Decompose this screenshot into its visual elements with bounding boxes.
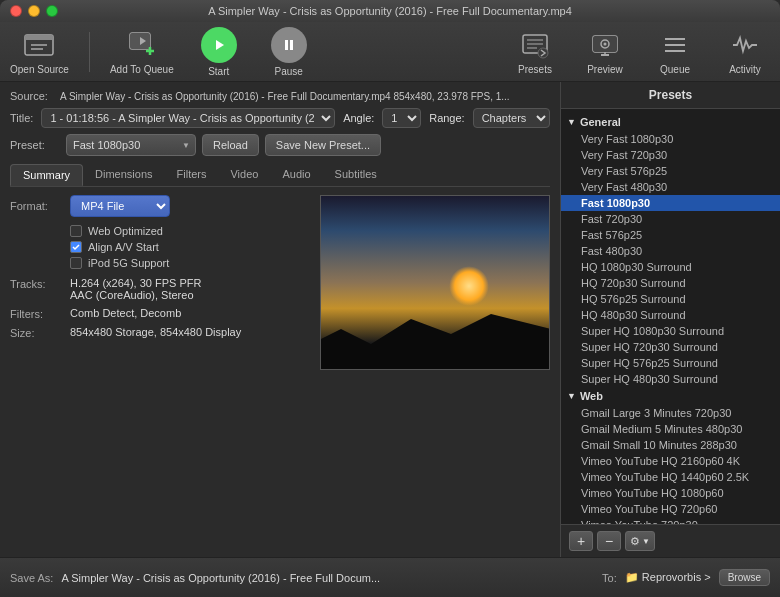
activity-button[interactable]: Activity [720,29,770,75]
gear-icon: ⚙ [630,535,640,548]
add-to-queue-button[interactable]: Add To Queue [110,29,174,75]
tab-dimensions[interactable]: Dimensions [83,164,164,186]
preset-label: Preset: [10,139,60,151]
source-label: Source: [10,90,60,102]
web-optimized-checkbox[interactable] [70,225,82,237]
filters-row: Filters: Comb Detect, Decomb [10,307,310,320]
preview-label: Preview [587,64,623,75]
add-to-queue-label: Add To Queue [110,64,174,75]
align-av-label: Align A/V Start [88,241,159,253]
tab-audio[interactable]: Audio [270,164,322,186]
window-title: A Simpler Way - Crisis as Opportunity (2… [208,5,572,17]
save-new-preset-button[interactable]: Save New Preset... [265,134,381,156]
title-select[interactable]: 1 - 01:18:56 - A Simpler Way - Crisis as… [41,108,335,128]
presets-section-web[interactable]: ▼ Web [561,387,780,405]
preset-fast-720p30[interactable]: Fast 720p30 [561,211,780,227]
tracks-row: Tracks: H.264 (x264), 30 FPS PFR AAC (Co… [10,277,310,301]
range-select[interactable]: Chapters [473,108,550,128]
preview-button[interactable]: Preview [580,29,630,75]
source-value: A Simpler Way - Crisis as Opportunity (2… [60,91,510,102]
preset-gmail-large-720p30[interactable]: Gmail Large 3 Minutes 720p30 [561,405,780,421]
destination-value: 📁 Reprovorbis > [625,571,711,584]
preset-super-hq-1080p30-surround[interactable]: Super HQ 1080p30 Surround [561,323,780,339]
main-content: Source: A Simpler Way - Crisis as Opport… [0,82,780,557]
save-as-label: Save As: [10,572,53,584]
add-to-queue-icon [126,29,158,61]
format-label: Format: [10,200,70,212]
queue-button[interactable]: Queue [650,29,700,75]
reload-button[interactable]: Reload [202,134,259,156]
preset-vimeo-1080p60[interactable]: Vimeo YouTube HQ 1080p60 [561,485,780,501]
tab-summary[interactable]: Summary [10,164,83,186]
close-button[interactable] [10,5,22,17]
maximize-button[interactable] [46,5,58,17]
preset-hq-1080p30-surround[interactable]: HQ 1080p30 Surround [561,259,780,275]
queue-label: Queue [660,64,690,75]
presets-toolbar: + − ⚙ ▼ [561,524,780,557]
align-av-checkbox[interactable] [70,241,82,253]
start-button[interactable]: Start [194,27,244,77]
preset-very-fast-1080p30[interactable]: Very Fast 1080p30 [561,131,780,147]
format-row: Format: MP4 File [10,195,310,217]
preset-gmail-small-288p30[interactable]: Gmail Small 10 Minutes 288p30 [561,437,780,453]
title-label: Title: [10,112,33,124]
format-select[interactable]: MP4 File [70,195,170,217]
pause-icon [271,27,307,63]
preset-vimeo-720p60[interactable]: Vimeo YouTube HQ 720p60 [561,501,780,517]
tab-filters[interactable]: Filters [165,164,219,186]
preset-hq-720p30-surround[interactable]: HQ 720p30 Surround [561,275,780,291]
preset-super-hq-480p30-surround[interactable]: Super HQ 480p30 Surround [561,371,780,387]
preset-fast-1080p30[interactable]: Fast 1080p30 [561,195,780,211]
preset-very-fast-576p25[interactable]: Very Fast 576p25 [561,163,780,179]
minimize-button[interactable] [28,5,40,17]
web-optimized-label: Web Optimized [88,225,163,237]
preset-select-wrap: Fast 1080p30 [66,134,196,156]
activity-label: Activity [729,64,761,75]
preview-image [320,195,550,370]
ipod-checkbox[interactable] [70,257,82,269]
angle-label: Angle: [343,112,374,124]
size-value: 854x480 Storage, 854x480 Display [70,326,241,338]
preset-select[interactable]: Fast 1080p30 [66,134,196,156]
preset-fast-576p25[interactable]: Fast 576p25 [561,227,780,243]
svg-rect-8 [285,40,288,50]
size-label: Size: [10,326,70,339]
browse-button[interactable]: Browse [719,569,770,586]
preset-gmail-medium-480p30[interactable]: Gmail Medium 5 Minutes 480p30 [561,421,780,437]
summary-content: Format: MP4 File Web Optimized [10,195,550,370]
source-row: Source: A Simpler Way - Crisis as Opport… [10,90,550,102]
open-source-button[interactable]: Open Source [10,29,69,75]
preset-super-hq-720p30-surround[interactable]: Super HQ 720p30 Surround [561,339,780,355]
add-preset-button[interactable]: + [569,531,593,551]
toolbar-separator-1 [89,32,90,72]
presets-panel: Presets ▼ General Very Fast 1080p30 Very… [560,82,780,557]
preset-hq-480p30-surround[interactable]: HQ 480p30 Surround [561,307,780,323]
tab-video[interactable]: Video [218,164,270,186]
preset-hq-576p25-surround[interactable]: HQ 576p25 Surround [561,291,780,307]
preset-settings-button[interactable]: ⚙ ▼ [625,531,655,551]
angle-select[interactable]: 1 [382,108,421,128]
presets-button[interactable]: Presets [510,29,560,75]
tracks-value: H.264 (x264), 30 FPS PFR AAC (CoreAudio)… [70,277,201,301]
pause-button[interactable]: Pause [264,27,314,77]
web-optimized-row: Web Optimized [70,225,310,237]
align-av-row: Align A/V Start [70,241,310,253]
preset-very-fast-720p30[interactable]: Very Fast 720p30 [561,147,780,163]
tab-subtitles[interactable]: Subtitles [323,164,389,186]
size-row: Size: 854x480 Storage, 854x480 Display [10,326,310,339]
preset-vimeo-2160p60-4k[interactable]: Vimeo YouTube HQ 2160p60 4K [561,453,780,469]
horizon-decoration [321,309,549,369]
preset-super-hq-576p25-surround[interactable]: Super HQ 576p25 Surround [561,355,780,371]
presets-list: ▼ General Very Fast 1080p30 Very Fast 72… [561,109,780,524]
preset-very-fast-480p30[interactable]: Very Fast 480p30 [561,179,780,195]
preset-vimeo-1440p60-2.5k[interactable]: Vimeo YouTube HQ 1440p60 2.5K [561,469,780,485]
preset-vimeo-720p30[interactable]: Vimeo YouTube 720p30 [561,517,780,524]
save-as-value: A Simpler Way - Crisis as Opportunity (2… [61,572,594,584]
gear-arrow: ▼ [642,537,650,546]
general-label: General [580,116,621,128]
remove-preset-button[interactable]: − [597,531,621,551]
web-label: Web [580,390,603,402]
presets-section-general[interactable]: ▼ General [561,113,780,131]
preset-fast-480p30[interactable]: Fast 480p30 [561,243,780,259]
queue-icon [659,29,691,61]
